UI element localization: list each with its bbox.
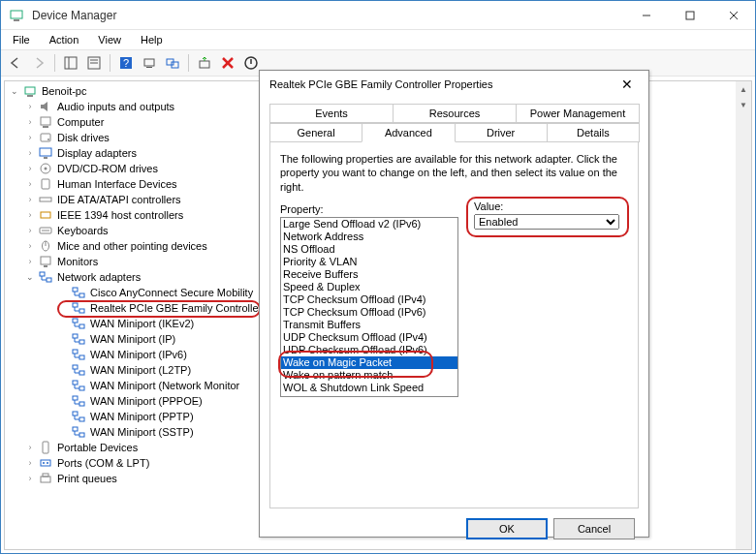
menu-help[interactable]: Help bbox=[133, 32, 171, 47]
property-option[interactable]: TCP Checksum Offload (IPv6) bbox=[281, 306, 457, 319]
property-option[interactable]: Receive Buffers bbox=[281, 268, 457, 281]
tree-item-label: Benoit-pc bbox=[40, 85, 86, 97]
net-icon bbox=[71, 285, 86, 300]
svg-rect-3 bbox=[686, 12, 694, 19]
property-option[interactable]: WOL & Shutdown Link Speed bbox=[281, 382, 457, 394]
maximize-button[interactable] bbox=[668, 1, 711, 29]
tree-item-label: Realtek PCIe GBE Family Controller bbox=[88, 302, 262, 314]
property-option[interactable]: Wake on Magic Packet bbox=[281, 356, 457, 369]
app-icon bbox=[7, 6, 26, 25]
property-option[interactable]: NS Offload bbox=[281, 243, 457, 256]
scroll-down-icon[interactable]: ▼ bbox=[736, 97, 751, 112]
no-expander bbox=[57, 302, 69, 314]
property-option[interactable]: Network Address bbox=[281, 231, 457, 243]
tab-power-management[interactable]: Power Management bbox=[516, 104, 640, 123]
value-label: Value: bbox=[474, 200, 619, 212]
expand-icon[interactable]: › bbox=[24, 225, 36, 236]
cancel-button[interactable]: Cancel bbox=[553, 518, 635, 539]
expand-icon[interactable]: › bbox=[24, 194, 36, 205]
property-option[interactable]: Transmit Buffers bbox=[281, 319, 457, 331]
property-option[interactable]: Large Send Offload v2 (IPv6) bbox=[281, 218, 457, 231]
value-select[interactable]: Enabled bbox=[474, 214, 619, 230]
collapse-icon[interactable]: ⌄ bbox=[24, 271, 36, 283]
uninstall-button[interactable] bbox=[217, 52, 238, 74]
tab-advanced[interactable]: Advanced bbox=[362, 123, 455, 142]
svg-rect-51 bbox=[79, 355, 84, 359]
speaker-icon bbox=[38, 99, 53, 114]
menu-file[interactable]: File bbox=[5, 32, 38, 47]
computer-icon bbox=[38, 114, 53, 130]
expand-icon[interactable]: › bbox=[24, 473, 36, 484]
close-button[interactable] bbox=[711, 1, 755, 29]
menu-action[interactable]: Action bbox=[42, 32, 87, 47]
tree-item-label: WAN Miniport (PPTP) bbox=[88, 411, 194, 422]
svg-rect-67 bbox=[43, 474, 48, 477]
menu-view[interactable]: View bbox=[90, 32, 129, 47]
properties-button[interactable] bbox=[83, 52, 105, 74]
expand-icon[interactable]: › bbox=[24, 147, 36, 159]
expand-icon[interactable]: › bbox=[24, 457, 36, 469]
update-driver-button[interactable] bbox=[194, 52, 215, 74]
svg-rect-17 bbox=[200, 61, 209, 68]
devices-button[interactable] bbox=[162, 52, 183, 74]
expand-icon[interactable]: › bbox=[24, 101, 36, 112]
property-listbox[interactable]: Large Send Offload v2 (IPv6)Network Addr… bbox=[280, 217, 458, 397]
tab-resources[interactable]: Resources bbox=[393, 104, 517, 123]
svg-rect-62 bbox=[43, 442, 48, 453]
svg-rect-50 bbox=[73, 350, 78, 354]
svg-rect-1 bbox=[14, 19, 19, 21]
svg-rect-46 bbox=[73, 319, 78, 323]
net-icon bbox=[71, 378, 86, 393]
svg-rect-31 bbox=[42, 179, 49, 189]
forward-button[interactable] bbox=[28, 52, 49, 74]
show-hide-tree-button[interactable] bbox=[60, 52, 81, 74]
expand-icon[interactable]: › bbox=[24, 442, 36, 453]
scan-hardware-button[interactable] bbox=[139, 52, 160, 74]
ok-button[interactable]: OK bbox=[466, 518, 548, 539]
tree-item-label: IDE ATA/ATAPI controllers bbox=[55, 194, 181, 205]
tab-events[interactable]: Events bbox=[269, 104, 394, 123]
expand-icon[interactable]: › bbox=[24, 209, 36, 221]
expand-icon[interactable]: › bbox=[24, 256, 36, 267]
collapse-icon[interactable]: ⌄ bbox=[9, 85, 20, 97]
svg-text:?: ? bbox=[123, 57, 129, 69]
expand-icon[interactable]: › bbox=[24, 163, 36, 174]
property-option[interactable]: Priority & VLAN bbox=[281, 256, 457, 268]
ports-icon bbox=[38, 455, 53, 471]
tree-scrollbar[interactable]: ▲ ▼ bbox=[736, 81, 751, 549]
property-option[interactable]: TCP Checksum Offload (IPv4) bbox=[281, 293, 457, 306]
property-option[interactable]: UDP Checksum Offload (IPv6) bbox=[281, 344, 457, 356]
no-expander bbox=[57, 380, 69, 391]
tree-item-label: WAN Miniport (IP) bbox=[88, 333, 175, 345]
scroll-up-icon[interactable]: ▲ bbox=[736, 81, 751, 97]
tab-details[interactable]: Details bbox=[547, 123, 640, 142]
svg-rect-48 bbox=[73, 334, 78, 338]
property-option[interactable]: Wake on pattern match bbox=[281, 369, 457, 382]
svg-rect-40 bbox=[40, 272, 45, 276]
svg-rect-24 bbox=[43, 126, 48, 128]
svg-point-26 bbox=[47, 138, 49, 140]
expand-icon[interactable]: › bbox=[24, 240, 36, 252]
tree-item-label: Disk drives bbox=[55, 132, 110, 143]
tab-driver[interactable]: Driver bbox=[455, 123, 548, 142]
expand-icon[interactable]: › bbox=[24, 178, 36, 190]
tab-general[interactable]: General bbox=[269, 123, 362, 142]
tree-item-label: WAN Miniport (IPv6) bbox=[88, 349, 187, 360]
minimize-button[interactable] bbox=[624, 1, 668, 29]
svg-point-64 bbox=[43, 462, 45, 464]
expand-icon[interactable]: › bbox=[24, 116, 36, 128]
tree-item-label: Display adapters bbox=[55, 147, 137, 159]
property-option[interactable]: UDP Checksum Offload (IPv4) bbox=[281, 331, 457, 344]
dialog-close-button[interactable]: ✕ bbox=[615, 77, 639, 92]
help-button[interactable]: ? bbox=[115, 52, 137, 74]
back-button[interactable] bbox=[5, 52, 26, 74]
tree-item-label: WAN Miniport (IKEv2) bbox=[88, 318, 194, 329]
property-option[interactable]: Speed & Duplex bbox=[281, 281, 457, 293]
expand-icon[interactable]: › bbox=[24, 132, 36, 143]
svg-rect-41 bbox=[47, 278, 51, 282]
dialog-titlebar: Realtek PCIe GBE Family Controller Prope… bbox=[260, 71, 648, 98]
svg-rect-22 bbox=[27, 95, 33, 97]
tree-item-label: Ports (COM & LPT) bbox=[55, 457, 149, 469]
svg-rect-63 bbox=[41, 460, 50, 466]
svg-point-65 bbox=[47, 462, 48, 464]
